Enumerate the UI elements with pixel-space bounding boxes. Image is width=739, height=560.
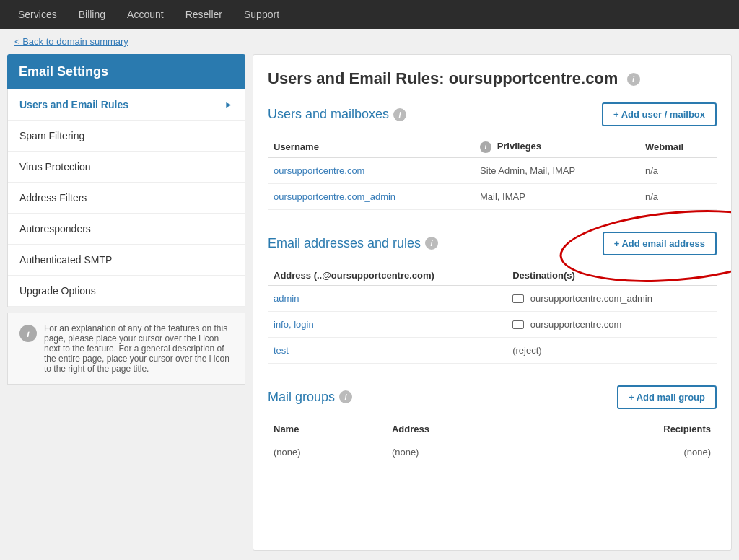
sidebar-item-label: Users and Email Rules xyxy=(19,99,128,110)
users-mailboxes-table: Username i Privileges Webmail oursupport… xyxy=(268,136,717,210)
page-title: Users and Email Rules: oursupportcentre.… xyxy=(268,69,717,88)
sidebar-info-box: i For an explanation of any of the featu… xyxy=(7,313,245,385)
nav-billing[interactable]: Billing xyxy=(68,0,116,29)
add-email-address-wrapper: + Add email address xyxy=(603,232,717,255)
destination-text-2: oursupportcentre.com xyxy=(530,319,621,330)
sidebar-item-label: Upgrade Options xyxy=(19,285,96,297)
nav-services[interactable]: Services xyxy=(7,0,68,29)
users-mailboxes-title: Users and mailboxes i xyxy=(268,107,406,122)
users-mailboxes-header: Users and mailboxes i + Add user / mailb… xyxy=(268,102,717,126)
top-nav: Services Billing Account Reseller Suppor… xyxy=(0,0,739,29)
destination-cell-3: (reject) xyxy=(507,337,717,363)
table-row: oursupportcentre.com Site Admin, Mail, I… xyxy=(268,157,717,183)
email-address-link-1[interactable]: admin xyxy=(274,293,299,304)
webmail-cell-1: n/a xyxy=(639,157,717,183)
mail-icon-2 xyxy=(512,320,524,329)
sidebar-item-spam-filtering[interactable]: Spam Filtering xyxy=(8,121,245,152)
main-layout: Email Settings Users and Email Rules ► S… xyxy=(0,54,739,558)
col-address: Address xyxy=(386,419,536,439)
email-addresses-table: Address (..@oursupportcentre.com) Destin… xyxy=(268,266,717,364)
add-user-mailbox-button[interactable]: + Add user / mailbox xyxy=(602,102,717,126)
webmail-cell-2: n/a xyxy=(639,183,717,209)
sidebar-title: Email Settings xyxy=(7,54,245,89)
sidebar-item-label: Address Filters xyxy=(19,192,87,204)
sidebar-item-address-filters[interactable]: Address Filters xyxy=(8,183,245,214)
email-addresses-section: Email addresses and rules i + Add email … xyxy=(268,232,717,364)
sidebar: Email Settings Users and Email Rules ► S… xyxy=(7,54,245,551)
destination-text-1: oursupportcentre.com_admin xyxy=(530,293,652,304)
username-link-2[interactable]: oursupportcentre.com_admin xyxy=(274,191,395,202)
col-username: Username xyxy=(268,136,474,157)
privileges-info-icon[interactable]: i xyxy=(480,141,491,153)
destination-cell-2: oursupportcentre.com xyxy=(507,311,717,337)
email-addresses-title-text: Email addresses and rules xyxy=(268,236,421,251)
nav-account[interactable]: Account xyxy=(116,0,175,29)
privileges-cell-1: Site Admin, Mail, IMAP xyxy=(474,157,639,183)
privileges-cell-2: Mail, IMAP xyxy=(474,183,639,209)
col-recipients: Recipients xyxy=(536,419,717,439)
sidebar-info-text: For an explanation of any of the feature… xyxy=(44,323,233,374)
table-row: info, login oursupportcentre.com xyxy=(268,311,717,337)
sidebar-item-upgrade-options[interactable]: Upgrade Options xyxy=(8,276,245,307)
table-row: oursupportcentre.com_admin Mail, IMAP n/… xyxy=(268,183,717,209)
sidebar-item-label: Virus Protection xyxy=(19,161,91,172)
mail-groups-header: Mail groups i + Add mail group xyxy=(268,385,717,409)
sidebar-item-authenticated-smtp[interactable]: Authenticated SMTP xyxy=(8,245,245,276)
username-link-1[interactable]: oursupportcentre.com xyxy=(274,165,364,176)
mail-groups-table: Name Address Recipients (none) (none) (n… xyxy=(268,419,717,465)
add-email-address-button[interactable]: + Add email address xyxy=(603,232,717,255)
col-webmail: Webmail xyxy=(639,136,717,157)
info-circle-icon: i xyxy=(19,325,37,342)
col-destination: Destination(s) xyxy=(507,266,717,286)
page-title-text: Users and Email Rules: xyxy=(268,69,445,87)
col-name: Name xyxy=(268,419,386,439)
mail-icon-1 xyxy=(512,294,524,303)
sidebar-item-autoresponders[interactable]: Autoresponders xyxy=(8,214,245,245)
sidebar-item-label: Spam Filtering xyxy=(19,130,84,141)
col-privileges: i Privileges xyxy=(474,136,639,157)
add-mail-group-button[interactable]: + Add mail group xyxy=(617,385,717,409)
email-address-link-3[interactable]: test xyxy=(274,345,289,356)
sidebar-item-virus-protection[interactable]: Virus Protection xyxy=(8,152,245,183)
email-address-link-2[interactable]: info, login xyxy=(274,319,314,330)
group-recipients-cell: (none) xyxy=(536,439,717,465)
mail-groups-title: Mail groups i xyxy=(268,390,352,405)
nav-reseller[interactable]: Reseller xyxy=(175,0,233,29)
table-row: test (reject) xyxy=(268,337,717,363)
sidebar-item-label: Autoresponders xyxy=(19,223,91,235)
table-row: (none) (none) (none) xyxy=(268,439,717,465)
chevron-right-icon: ► xyxy=(224,100,233,110)
back-to-domain-link[interactable]: < Back to domain summary xyxy=(14,36,128,47)
sidebar-menu: Users and Email Rules ► Spam Filtering V… xyxy=(7,89,245,307)
email-addresses-header: Email addresses and rules i + Add email … xyxy=(268,232,717,255)
back-link-container: < Back to domain summary xyxy=(0,29,739,54)
nav-support[interactable]: Support xyxy=(233,0,290,29)
group-name-cell: (none) xyxy=(268,439,386,465)
users-mailboxes-title-text: Users and mailboxes xyxy=(268,107,389,122)
users-mailboxes-info-icon[interactable]: i xyxy=(393,108,406,121)
email-addresses-info-icon[interactable]: i xyxy=(425,237,438,250)
page-title-info-icon[interactable]: i xyxy=(627,73,640,86)
page-domain-text: oursupportcentre.com xyxy=(449,69,618,87)
table-row: admin oursupportcentre.com_admin xyxy=(268,285,717,311)
col-address: Address (..@oursupportcentre.com) xyxy=(268,266,507,286)
sidebar-item-users-email-rules[interactable]: Users and Email Rules ► xyxy=(8,89,245,121)
mail-groups-info-icon[interactable]: i xyxy=(339,390,352,403)
main-content: Users and Email Rules: oursupportcentre.… xyxy=(253,54,732,551)
email-addresses-title: Email addresses and rules i xyxy=(268,236,438,251)
mail-groups-section: Mail groups i + Add mail group Name Addr… xyxy=(268,385,717,465)
mail-groups-title-text: Mail groups xyxy=(268,390,335,405)
sidebar-item-label: Authenticated SMTP xyxy=(19,254,112,266)
group-address-cell: (none) xyxy=(386,439,536,465)
users-mailboxes-section: Users and mailboxes i + Add user / mailb… xyxy=(268,102,717,210)
destination-cell-1: oursupportcentre.com_admin xyxy=(507,285,717,311)
